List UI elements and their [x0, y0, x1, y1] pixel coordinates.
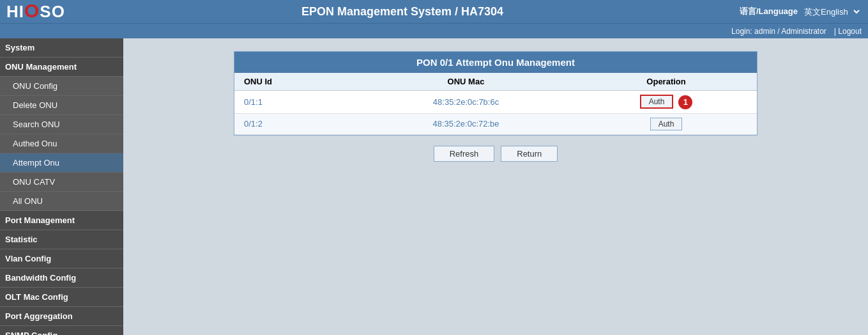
sidebar-item-port-aggregation[interactable]: Port Aggregation	[0, 307, 123, 326]
content-area: PON 0/1 Attempt Onu Management ONU Id ON…	[123, 38, 868, 335]
table-row: 0/1:248:35:2e:0c:72:beAuth	[234, 113, 757, 134]
login-info: Login: admin / Administrator	[731, 27, 826, 36]
cell-onu-id: 0/1:2	[234, 113, 356, 134]
sidebar-item-delete-onu[interactable]: Delete ONU	[0, 96, 123, 115]
sidebar: SystemONU ManagementONU ConfigDelete ONU…	[0, 38, 123, 335]
cell-onu-mac: 48:35:2e:0c:7b:6c	[356, 91, 575, 114]
header-sub: Login: admin / Administrator | Logout	[0, 23, 868, 38]
auth-button-1[interactable]: Auth	[640, 95, 674, 109]
onu-table: ONU Id ONU Mac Operation 0/1:148:35:2e:0…	[234, 73, 757, 135]
cell-onu-id: 0/1:1	[234, 91, 356, 114]
sidebar-item-port-management[interactable]: Port Management	[0, 211, 123, 230]
sidebar-item-system[interactable]: System	[0, 38, 123, 58]
sidebar-item-all-onu[interactable]: All ONU	[0, 192, 123, 211]
cell-onu-mac: 48:35:2e:0c:72:be	[356, 113, 575, 134]
step-badge: 1	[678, 95, 692, 109]
header-top: HIOSO EPON Management System / HA7304 语言…	[0, 0, 868, 23]
button-row: Refresh Return	[136, 146, 855, 162]
logo: HIOSO	[6, 1, 65, 22]
sidebar-item-statistic[interactable]: Statistic	[0, 230, 123, 249]
language-selector[interactable]: 语言/Language 英文English 中文Chinese	[740, 6, 862, 17]
sidebar-item-onu-catv[interactable]: ONU CATV	[0, 173, 123, 192]
return-button[interactable]: Return	[501, 146, 558, 162]
table-header-row: ONU Id ONU Mac Operation	[234, 73, 757, 91]
logo-area: HIOSO	[6, 1, 65, 22]
sidebar-item-onu-management[interactable]: ONU Management	[0, 58, 123, 77]
sidebar-item-onu-config[interactable]: ONU Config	[0, 77, 123, 96]
main-layout: SystemONU ManagementONU ConfigDelete ONU…	[0, 38, 868, 335]
sidebar-item-vlan-config[interactable]: Vlan Config	[0, 249, 123, 269]
sidebar-item-search-onu[interactable]: Search ONU	[0, 115, 123, 134]
lang-label: 语言/Language	[740, 6, 798, 17]
cell-operation: Auth1	[575, 91, 757, 114]
sidebar-item-snmp-config[interactable]: SNMP Config	[0, 326, 123, 335]
sidebar-item-bandwidth-config[interactable]: Bandwidth Config	[0, 269, 123, 288]
page-title: EPON Management System / HA7304	[65, 5, 740, 19]
col-operation: Operation	[575, 73, 757, 91]
sidebar-item-olt-mac-config[interactable]: OLT Mac Config	[0, 288, 123, 307]
auth-button-2[interactable]: Auth	[650, 118, 683, 130]
col-onu-mac: ONU Mac	[356, 73, 575, 91]
lang-select[interactable]: 英文English 中文Chinese	[802, 6, 862, 17]
cell-operation: Auth	[575, 113, 757, 134]
panel-title: PON 0/1 Attempt Onu Management	[234, 52, 757, 73]
onu-panel: PON 0/1 Attempt Onu Management ONU Id ON…	[234, 51, 758, 136]
sidebar-item-attempt-onu[interactable]: Attempt Onu	[0, 153, 123, 173]
logout-link[interactable]: | Logout	[834, 27, 862, 36]
table-row: 0/1:148:35:2e:0c:7b:6cAuth1	[234, 91, 757, 114]
col-onu-id: ONU Id	[234, 73, 356, 91]
sidebar-item-authed-onu[interactable]: Authed Onu	[0, 134, 123, 153]
refresh-button[interactable]: Refresh	[434, 146, 495, 162]
